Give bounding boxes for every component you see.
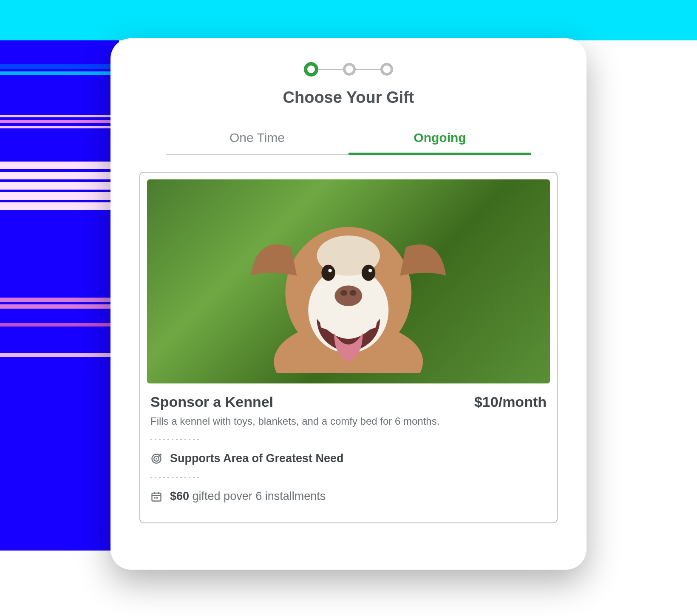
step-1-indicator: [304, 62, 318, 77]
step-connector: [318, 69, 343, 70]
donation-card: Choose Your Gift One Time Ongoing: [110, 38, 586, 570]
tab-ongoing[interactable]: Ongoing: [348, 131, 531, 155]
step-connector: [356, 69, 380, 70]
svg-point-5: [362, 265, 375, 281]
supports-label: Supports Area of Greatest Need: [170, 452, 344, 465]
installment-row: $60 gifted pover 6 installments: [147, 482, 550, 511]
svg-point-13: [156, 458, 157, 460]
svg-point-8: [335, 285, 363, 306]
step-3-indicator: [380, 63, 393, 76]
supports-row: Supports Area of Greatest Need: [147, 444, 550, 473]
gift-header-row: Sponsor a Kennel $10/month: [147, 383, 550, 415]
gift-option-card[interactable]: Sponsor a Kennel $10/month Fills a kenne…: [139, 172, 558, 523]
installment-text: $60 gifted pover 6 installments: [170, 490, 326, 503]
svg-point-7: [368, 269, 372, 272]
divider: [150, 439, 199, 440]
gift-description: Fills a kennel with toys, blankets, and …: [147, 415, 550, 435]
svg-rect-19: [156, 497, 158, 499]
gift-image: [147, 179, 550, 383]
divider: [150, 477, 199, 478]
calendar-icon: [150, 491, 162, 502]
step-2-indicator: [343, 63, 356, 76]
svg-point-9: [340, 290, 347, 296]
frequency-tabs: One Time Ongoing: [166, 131, 531, 155]
svg-point-10: [350, 290, 357, 296]
installment-amount: $60: [170, 490, 189, 502]
installment-suffix: gifted pover 6 installments: [189, 490, 326, 502]
tab-one-time[interactable]: One Time: [166, 131, 348, 155]
svg-point-6: [329, 269, 332, 272]
dog-illustration: [207, 190, 490, 373]
target-icon: [150, 453, 162, 465]
svg-rect-18: [154, 497, 156, 499]
page-title: Choose Your Gift: [128, 88, 570, 107]
progress-stepper: [128, 62, 570, 77]
gift-price: $10/month: [474, 394, 547, 410]
svg-point-4: [322, 265, 335, 281]
gift-title: Sponsor a Kennel: [150, 394, 273, 410]
